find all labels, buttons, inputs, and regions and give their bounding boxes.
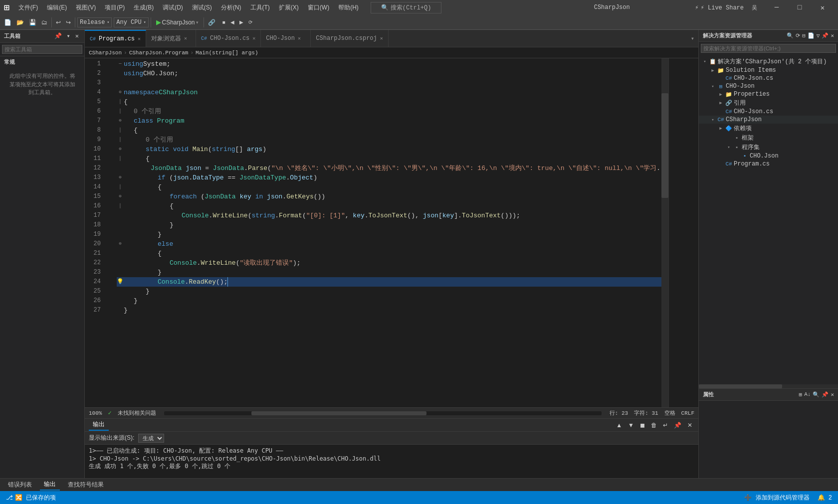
collapse-10[interactable]: ⊖	[117, 145, 124, 154]
minimize-button[interactable]: ─	[765, 0, 788, 15]
props-close-btn[interactable]: ✕	[831, 391, 834, 398]
menu-test[interactable]: 测试(S)	[188, 2, 216, 13]
live-share-btn[interactable]: ⚡ ⚡ Live Share	[695, 4, 744, 11]
toolbox-chevron[interactable]: ▾	[65, 32, 72, 40]
menu-view[interactable]: 视图(V)	[72, 2, 100, 13]
tree-assemblies[interactable]: ▾ ▪ 程序集	[699, 143, 838, 152]
tree-cho-json-ref[interactable]: ▪ CHO.Json	[699, 152, 838, 160]
menu-analyze[interactable]: 分析(N)	[217, 2, 245, 13]
toolbar-more-2[interactable]: ◀	[228, 18, 236, 26]
tab-csproj[interactable]: CSharpJson.csproj ✕	[311, 30, 388, 47]
save-all-btn[interactable]: 🗂	[39, 18, 49, 27]
output-clear-btn[interactable]: 🗑	[649, 421, 659, 429]
se-search-btn[interactable]: 🔍	[787, 32, 794, 39]
config-dropdown[interactable]: Release ▾	[77, 17, 112, 27]
menu-window[interactable]: 窗口(W)	[304, 2, 333, 13]
git-status[interactable]: ⎇ 🔀 已保存的项	[4, 494, 58, 502]
vertical-scrollbar[interactable]	[661, 58, 668, 407]
output-close-btn[interactable]: ✕	[685, 421, 694, 429]
search-box[interactable]: 🔍 搜索(Ctrl+Q)	[371, 2, 442, 13]
output-tab-btn[interactable]: 输出	[40, 479, 60, 491]
collapse-4[interactable]: ⊖	[117, 88, 124, 97]
se-show-files-btn[interactable]: 📄	[808, 32, 815, 39]
open-btn[interactable]: 📂	[14, 18, 26, 27]
tree-solution-root[interactable]: ▾ 📋 解决方案'CSharpJson'(共 2 个项目)	[699, 57, 838, 66]
output-source-select[interactable]: 生成	[138, 434, 164, 443]
bc-method[interactable]: Main(string[] args)	[196, 50, 258, 56]
tree-references[interactable]: ▶ 🔗 引用	[699, 98, 838, 108]
menu-build[interactable]: 生成(B)	[130, 2, 158, 13]
menu-project[interactable]: 项目(P)	[101, 2, 129, 13]
output-down-btn[interactable]: ▼	[626, 421, 636, 429]
toolbox-close[interactable]: ✕	[74, 32, 80, 40]
toolbar-more-1[interactable]: ■	[220, 18, 227, 26]
notifications-btn[interactable]: 🔔 2	[816, 494, 834, 502]
toolbar-more-3[interactable]: ▶	[237, 18, 245, 26]
menu-debug[interactable]: 调试(D)	[159, 2, 187, 13]
platform-dropdown[interactable]: Any CPU ▾	[114, 17, 148, 27]
bc-class[interactable]: CSharpJson.Program	[129, 50, 189, 56]
attach-btn[interactable]: 🔗	[206, 18, 217, 27]
se-collapse-btn[interactable]: ⊟	[802, 32, 806, 39]
se-close-btn[interactable]: ✕	[831, 32, 834, 39]
toolbar-more-4[interactable]: ⟳	[246, 18, 254, 26]
tab-program-cs-close[interactable]: ✕	[138, 36, 141, 42]
se-refresh-btn[interactable]: ⟳	[796, 32, 800, 39]
tree-properties[interactable]: ▶ 📁 Properties	[699, 90, 838, 98]
menu-edit[interactable]: 编辑(E)	[43, 2, 71, 13]
output-content[interactable]: 1>—— 已启动生成: 项目: CHO-Json, 配置: Release An…	[85, 445, 698, 478]
output-tab-active[interactable]: 输出	[89, 419, 109, 431]
new-project-btn[interactable]: 📄	[2, 18, 13, 27]
tree-framework[interactable]: ▪ 框架	[699, 133, 838, 143]
collapse-1[interactable]: ─	[117, 59, 124, 69]
tree-cho-json-project[interactable]: ▾ ⊞ CHO-Json	[699, 82, 838, 90]
zoom-level[interactable]: 100%	[89, 410, 102, 416]
collapse-20[interactable]: ⊖	[117, 239, 124, 249]
collapse-7[interactable]: ⊖	[117, 116, 124, 126]
find-tab[interactable]: 查找符号结果	[64, 480, 108, 490]
save-btn[interactable]: 💾	[27, 18, 38, 27]
se-pin-btn[interactable]: 📌	[822, 32, 829, 39]
code-content[interactable]: ─ using System; using CHO.Json;	[105, 58, 661, 407]
lightbulb-icon[interactable]: 💡	[117, 277, 124, 287]
toolbox-pin[interactable]: 📌	[53, 32, 63, 40]
tree-cho-json-cs-2[interactable]: C# CHO-Json.cs	[699, 108, 838, 116]
menu-help[interactable]: 帮助(H)	[334, 2, 363, 13]
editor-scrollbar-h[interactable]	[164, 411, 602, 415]
close-button[interactable]: ✕	[811, 0, 834, 15]
props-categorized-btn[interactable]: ⊞	[799, 391, 803, 398]
solution-search-input[interactable]	[701, 44, 836, 53]
tab-cho-json-close[interactable]: ✕	[298, 35, 301, 41]
menu-tools[interactable]: 工具(T)	[246, 2, 274, 13]
tree-cho-json-cs-1[interactable]: C# CHO-Json.cs	[699, 74, 838, 82]
tab-overflow-btn[interactable]: ▾	[687, 35, 698, 42]
output-pin-btn[interactable]: 📌	[672, 421, 683, 429]
run-button[interactable]: ▶ CSharpJson ▾	[153, 17, 202, 27]
output-wrap-btn[interactable]: ↵	[661, 421, 670, 429]
menu-extensions[interactable]: 扩展(X)	[275, 2, 303, 13]
add-source-btn[interactable]: ➕ 添加到源代码管理器	[742, 494, 811, 502]
collapse-13[interactable]: ⊖	[117, 173, 124, 182]
se-filter-btn[interactable]: ▽	[817, 32, 820, 39]
props-pin-btn[interactable]: 📌	[822, 391, 829, 398]
undo-btn[interactable]: ↩	[54, 18, 63, 27]
collapse-15[interactable]: ⊖	[117, 192, 124, 201]
menu-file[interactable]: 文件(F)	[14, 2, 42, 13]
tab-cho-json-cs-close[interactable]: ✕	[252, 35, 255, 41]
output-stop-btn[interactable]: ◼	[638, 421, 647, 429]
tab-program-cs[interactable]: C# Program.cs ✕	[85, 30, 146, 47]
tab-object-browser[interactable]: 对象浏览器 ✕	[146, 30, 196, 47]
tab-object-browser-close[interactable]: ✕	[184, 35, 187, 41]
props-search-btn[interactable]: 🔍	[813, 391, 820, 398]
tree-csharpjson-project[interactable]: ▾ C# CSharpJson	[699, 116, 838, 124]
tree-dependencies[interactable]: ▶ 🔷 依赖项	[699, 124, 838, 133]
tree-program-cs[interactable]: C# Program.cs	[699, 160, 838, 168]
redo-btn[interactable]: ↪	[64, 18, 73, 27]
tab-cho-json-cs[interactable]: C# CHO-Json.cs ✕	[196, 30, 261, 47]
errors-tab[interactable]: 错误列表	[4, 480, 36, 490]
output-up-btn[interactable]: ▲	[614, 421, 624, 429]
tree-solution-items[interactable]: ▶ 📁 Solution Items	[699, 66, 838, 74]
maximize-button[interactable]: □	[788, 0, 811, 15]
bc-project[interactable]: CSharpJson	[89, 50, 122, 56]
solution-scrollbar[interactable]	[699, 384, 838, 388]
